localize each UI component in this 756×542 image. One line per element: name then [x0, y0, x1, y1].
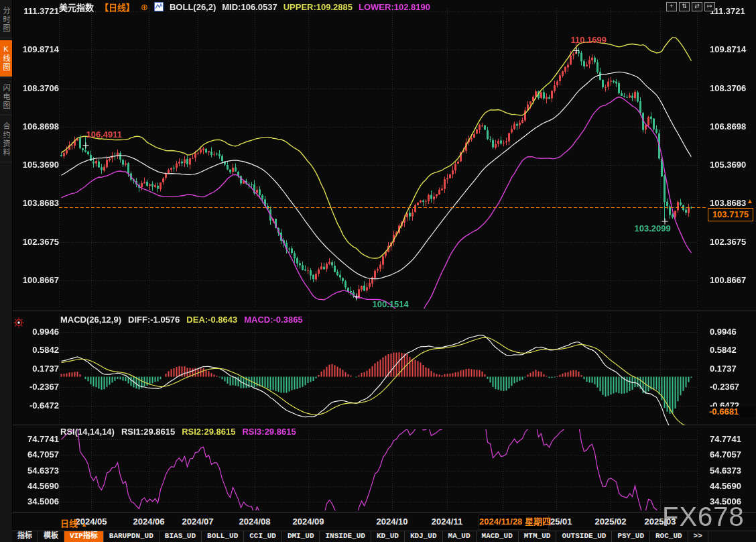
macd-macd-value: MACD:-0.3865	[244, 315, 302, 325]
rsi-header: RSI(14,14,14) RSI1:29.8615 RSI2:29.8615 …	[60, 427, 296, 437]
x-axis-label: 2024/08	[225, 517, 285, 527]
app-window: 分时图K线图闪电图合约资料 美元指数 【日线】 ⊕ BOLL(26,2) MID…	[0, 0, 756, 542]
pan-right-icon[interactable]: ↦	[704, 2, 715, 11]
macd-diff-value: DIFF:-1.0576	[128, 315, 180, 325]
toolbar-item-more[interactable]: >>	[688, 531, 708, 542]
dropdown-arrow-icon: ▲	[81, 521, 87, 528]
period-tag: 【日线】	[100, 1, 135, 13]
symbol-title: 美元指数	[59, 1, 94, 13]
toolbar-item-bias-ud[interactable]: BIAS_UD	[160, 531, 202, 542]
current-price-badge: 103.7175	[708, 208, 753, 221]
boll-mid-value: MID:106.0537	[222, 2, 277, 12]
line-chart-icon[interactable]	[154, 2, 164, 11]
macd-param-label: MACD(26,12,9)	[60, 315, 121, 325]
macd-header: MACD(26,12,9) DIFF:-1.0576 DEA:-0.8643 M…	[60, 315, 303, 325]
toolbar-item-roc-ud[interactable]: ROC_UD	[650, 531, 688, 542]
x-axis-label: 2024/11	[417, 517, 477, 527]
x-axis: 日线▲ 2024/052024/062024/072024/082024/092…	[12, 512, 756, 531]
bottom-toolbar: 指标模板VIP指标BARUPDN_UDBIAS_UDBOLL_UDCCI_UDD…	[12, 531, 756, 542]
rsi3-value: RSI3:29.8615	[242, 427, 296, 437]
toolbar-item-kd-ud[interactable]: KD_UD	[371, 531, 405, 542]
boll-upper-value: UPPER:109.2885	[284, 2, 353, 12]
link-chart-icon[interactable]: ⊕	[141, 2, 148, 12]
toolbar-item-dmi-ud[interactable]: DMI_UD	[282, 531, 320, 542]
toolbar-item-boll-ud[interactable]: BOLL_UD	[202, 531, 244, 542]
sidebar-tab-kline-chart[interactable]: K线图	[0, 40, 12, 77]
left-sidebar: 分时图K线图闪电图合约资料	[0, 0, 13, 542]
toolbar-item-outside-ud[interactable]: OUTSIDE_UD	[556, 531, 612, 542]
chart-header: 美元指数 【日线】 ⊕ BOLL(26,2) MID:106.0537 UPPE…	[59, 1, 430, 12]
highlighted-date-label[interactable]: 2024/11/28 星期四	[479, 514, 549, 530]
macd-current-badge: -0.6681	[709, 406, 755, 417]
crosshair-icon[interactable]: +	[666, 2, 677, 11]
x-axis-label: 2024/10	[362, 517, 422, 527]
toolbar-item-cci-ud[interactable]: CCI_UD	[244, 531, 282, 542]
sidebar-tab-tick-chart[interactable]: 闪电图	[0, 79, 12, 115]
toolbar-item-inside-ud[interactable]: INSIDE_UD	[320, 531, 371, 542]
indicator-settings-icon[interactable]	[13, 317, 24, 331]
chart-tool-icons: +⇅⇄↦	[666, 2, 715, 11]
x-axis-label: 2024/07	[168, 517, 228, 527]
boll-lower-value: LOWER:102.8190	[359, 2, 430, 12]
toolbar-item-kdj-ud[interactable]: KDJ_UD	[405, 531, 443, 542]
scale-x-axis-icon[interactable]: ⇄	[692, 2, 702, 11]
macd-dea-value: DEA:-0.8643	[186, 315, 237, 325]
toolbar-item-indicators[interactable]: 指标	[12, 531, 38, 542]
x-axis-label: 2024/09	[278, 517, 338, 527]
toolbar-item-templates[interactable]: 模板	[38, 531, 64, 542]
boll-param-label: BOLL(26,2)	[170, 2, 216, 12]
toolbar-item-mtm-ud[interactable]: MTM_UD	[519, 531, 557, 542]
toolbar-item-psy-ud[interactable]: PSY_UD	[612, 531, 650, 542]
toolbar-item-barupdn-ud[interactable]: BARUPDN_UD	[104, 531, 160, 542]
toolbar-item-macd-ud[interactable]: MACD_UD	[477, 531, 519, 542]
price-up-arrow-icon: ▲	[747, 197, 753, 205]
sidebar-tab-time-share-chart[interactable]: 分时图	[0, 2, 12, 38]
rsi1-value: RSI1:29.8615	[121, 427, 175, 437]
toolbar-item-vip-indicators[interactable]: VIP指标	[64, 531, 104, 542]
sidebar-tab-contract-info[interactable]: 合约资料	[0, 117, 12, 162]
fx678-watermark: FX678	[662, 503, 745, 530]
period-selector[interactable]: 日线▲	[60, 517, 87, 529]
scale-y-axis-icon[interactable]: ⇅	[679, 2, 690, 11]
toolbar-item-ma-ud[interactable]: MA_UD	[443, 531, 477, 542]
chart-canvas[interactable]	[0, 0, 756, 542]
rsi2-value: RSI2:29.8615	[182, 427, 235, 437]
rsi-param-label: RSI(14,14,14)	[60, 427, 115, 437]
